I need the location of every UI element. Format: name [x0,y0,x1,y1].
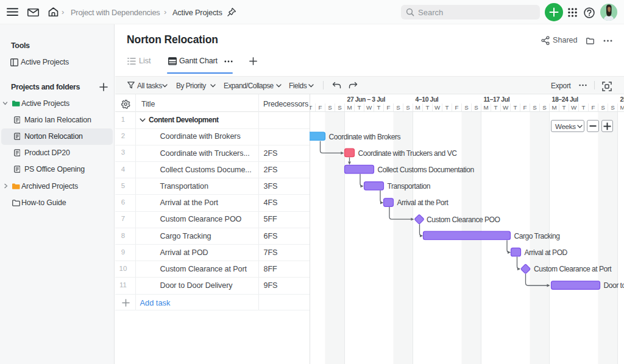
svg-text:S: S [533,104,537,111]
svg-text:S: S [328,104,332,111]
svg-text:F: F [592,104,595,111]
svg-text:S: S [406,104,410,111]
svg-text:T: T [582,104,586,111]
svg-text:T: T [562,104,566,111]
svg-text:4–10 Jul: 4–10 Jul [416,96,439,103]
svg-text:S: S [611,104,615,111]
svg-text:Custom Clearance POO: Custom Clearance POO [427,215,500,224]
svg-text:11–17 Jul: 11–17 Jul [484,96,510,103]
svg-text:Arrival at the Port: Arrival at the Port [397,198,449,207]
svg-text:S: S [601,104,605,111]
svg-text:S: S [542,104,547,111]
svg-text:S: S [396,104,400,111]
svg-text:25–31 Jul: 25–31 Jul [620,96,624,103]
svg-text:W: W [434,104,441,111]
svg-text:M: M [483,104,488,111]
svg-text:Cargo Tracking: Cargo Tracking [514,232,560,240]
svg-text:Custom Clearance at Port: Custom Clearance at Port [534,265,612,273]
svg-text:T: T [426,104,430,111]
svg-text:T: T [494,104,498,111]
svg-text:W: W [503,104,509,111]
svg-text:Door to Door Delivery: Door to Door Delivery [604,281,624,290]
svg-text:F: F [523,104,527,111]
svg-text:F: F [319,104,322,111]
svg-text:27 Jun – 3 Jul: 27 Jun – 3 Jul [347,96,386,103]
svg-text:S: S [464,104,469,111]
svg-text:S: S [474,104,478,111]
svg-text:F: F [455,104,459,111]
svg-text:W: W [366,104,372,111]
svg-text:Transportation: Transportation [388,182,431,191]
svg-text:Coordinate with Truckers and V: Coordinate with Truckers and VC [358,149,458,158]
svg-text:T: T [377,104,381,111]
svg-text:W: W [571,104,577,111]
svg-text:M: M [620,104,624,111]
svg-text:Collect Customs Documentation: Collect Customs Documentation [378,166,474,174]
svg-text:18–24 Jul: 18–24 Jul [552,96,579,103]
svg-text:Coordinate with Brokers: Coordinate with Brokers [329,133,401,141]
svg-text:M: M [551,104,556,111]
svg-text:F: F [387,104,391,111]
svg-text:T: T [445,104,449,111]
svg-text:T: T [514,104,517,111]
svg-text:S: S [338,104,342,111]
svg-text:Arrival at POD: Arrival at POD [525,248,568,257]
svg-text:M: M [347,104,352,111]
svg-text:T: T [310,104,313,111]
svg-text:M: M [415,104,420,111]
svg-text:T: T [358,104,361,111]
